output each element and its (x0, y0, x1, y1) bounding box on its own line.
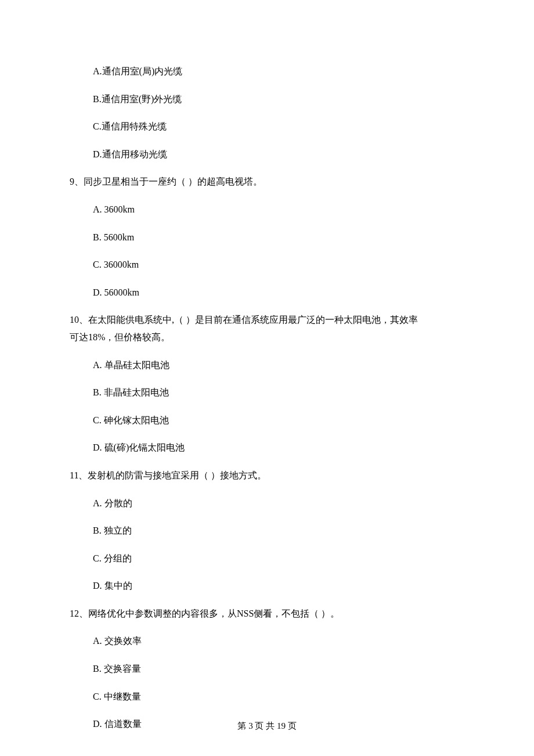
option-item: A. 分散的 (70, 496, 464, 511)
option-item: D. 集中的 (70, 578, 464, 593)
option-item: D. 硫(碲)化镉太阳电池 (70, 440, 464, 455)
option-item: D.通信用移动光缆 (70, 147, 464, 162)
option-item: C. 砷化镓太阳电池 (70, 413, 464, 428)
document-page: A.通信用室(局)内光缆 B.通信用室(野)外光缆 C.通信用特殊光缆 D.通信… (0, 0, 534, 756)
option-item: A. 单晶硅太阳电池 (70, 358, 464, 373)
option-item: A. 交换效率 (70, 633, 464, 649)
option-item: B. 独立的 (70, 523, 464, 538)
option-item: B. 非晶硅太阳电池 (70, 385, 464, 400)
option-item: C. 中继数量 (70, 689, 464, 704)
option-item: B. 5600km (70, 230, 464, 245)
question-10-text-line2: 可达18%，但价格较高。 (70, 330, 464, 345)
page-footer: 第 3 页 共 19 页 (0, 719, 534, 733)
option-item: B.通信用室(野)外光缆 (70, 92, 464, 107)
question-9-text: 9、同步卫星相当于一座约（ ）的超高电视塔。 (70, 174, 464, 189)
question-12-text: 12、网络优化中参数调整的内容很多，从NSS侧看，不包括（ ）。 (70, 606, 464, 621)
option-item: C. 分组的 (70, 551, 464, 566)
option-item: B. 交换容量 (70, 661, 464, 676)
option-item: C.通信用特殊光缆 (70, 119, 464, 134)
option-item: A.通信用室(局)内光缆 (70, 64, 464, 79)
option-item: A. 3600km (70, 202, 464, 217)
question-11-text: 11、发射机的防雷与接地宜采用（ ）接地方式。 (70, 468, 464, 483)
option-item: C. 36000km (70, 257, 464, 272)
option-item: D. 56000km (70, 285, 464, 300)
question-10-text-line1: 10、在太阳能供电系统中,（ ）是目前在通信系统应用最广泛的一种太阳电池，其效率 (70, 312, 464, 327)
